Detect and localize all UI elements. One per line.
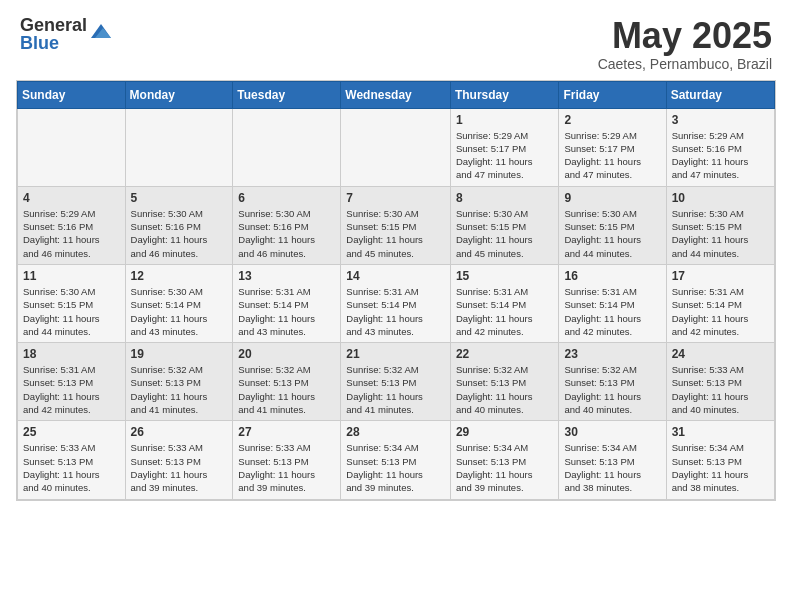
day-info: Sunrise: 5:31 AMSunset: 5:14 PMDaylight:… — [346, 285, 445, 338]
day-number: 29 — [456, 425, 554, 439]
day-info: Sunrise: 5:34 AMSunset: 5:13 PMDaylight:… — [672, 441, 769, 494]
day-info: Sunrise: 5:29 AMSunset: 5:17 PMDaylight:… — [564, 129, 660, 182]
calendar-cell: 8Sunrise: 5:30 AMSunset: 5:15 PMDaylight… — [450, 186, 559, 264]
day-info: Sunrise: 5:29 AMSunset: 5:16 PMDaylight:… — [672, 129, 769, 182]
calendar-cell: 25Sunrise: 5:33 AMSunset: 5:13 PMDayligh… — [18, 421, 126, 499]
day-number: 21 — [346, 347, 445, 361]
day-of-week-header: Thursday — [450, 81, 559, 108]
day-info: Sunrise: 5:31 AMSunset: 5:14 PMDaylight:… — [456, 285, 554, 338]
logo-icon — [89, 20, 113, 48]
calendar-cell: 2Sunrise: 5:29 AMSunset: 5:17 PMDaylight… — [559, 108, 666, 186]
day-number: 23 — [564, 347, 660, 361]
calendar-cell — [233, 108, 341, 186]
calendar-cell: 1Sunrise: 5:29 AMSunset: 5:17 PMDaylight… — [450, 108, 559, 186]
day-number: 19 — [131, 347, 228, 361]
day-number: 4 — [23, 191, 120, 205]
logo: General Blue — [20, 16, 113, 52]
calendar-cell: 10Sunrise: 5:30 AMSunset: 5:15 PMDayligh… — [666, 186, 774, 264]
calendar-cell: 17Sunrise: 5:31 AMSunset: 5:14 PMDayligh… — [666, 264, 774, 342]
calendar-cell: 5Sunrise: 5:30 AMSunset: 5:16 PMDaylight… — [125, 186, 233, 264]
calendar-cell: 3Sunrise: 5:29 AMSunset: 5:16 PMDaylight… — [666, 108, 774, 186]
calendar: SundayMondayTuesdayWednesdayThursdayFrid… — [16, 80, 776, 501]
page: General Blue May 2025 Caetes, Pernambuco… — [0, 0, 792, 612]
day-of-week-header: Saturday — [666, 81, 774, 108]
day-number: 30 — [564, 425, 660, 439]
day-number: 24 — [672, 347, 769, 361]
day-info: Sunrise: 5:33 AMSunset: 5:13 PMDaylight:… — [131, 441, 228, 494]
calendar-cell: 15Sunrise: 5:31 AMSunset: 5:14 PMDayligh… — [450, 264, 559, 342]
day-of-week-header: Monday — [125, 81, 233, 108]
calendar-cell: 18Sunrise: 5:31 AMSunset: 5:13 PMDayligh… — [18, 343, 126, 421]
day-info: Sunrise: 5:34 AMSunset: 5:13 PMDaylight:… — [564, 441, 660, 494]
day-number: 7 — [346, 191, 445, 205]
calendar-cell: 19Sunrise: 5:32 AMSunset: 5:13 PMDayligh… — [125, 343, 233, 421]
calendar-cell: 21Sunrise: 5:32 AMSunset: 5:13 PMDayligh… — [341, 343, 451, 421]
day-number: 6 — [238, 191, 335, 205]
calendar-cell: 29Sunrise: 5:34 AMSunset: 5:13 PMDayligh… — [450, 421, 559, 499]
day-number: 8 — [456, 191, 554, 205]
calendar-cell — [341, 108, 451, 186]
day-of-week-header: Wednesday — [341, 81, 451, 108]
calendar-cell: 23Sunrise: 5:32 AMSunset: 5:13 PMDayligh… — [559, 343, 666, 421]
day-info: Sunrise: 5:30 AMSunset: 5:16 PMDaylight:… — [131, 207, 228, 260]
calendar-cell — [125, 108, 233, 186]
main-title: May 2025 — [598, 16, 772, 56]
calendar-cell: 24Sunrise: 5:33 AMSunset: 5:13 PMDayligh… — [666, 343, 774, 421]
calendar-cell: 13Sunrise: 5:31 AMSunset: 5:14 PMDayligh… — [233, 264, 341, 342]
day-info: Sunrise: 5:30 AMSunset: 5:15 PMDaylight:… — [564, 207, 660, 260]
calendar-cell: 16Sunrise: 5:31 AMSunset: 5:14 PMDayligh… — [559, 264, 666, 342]
day-info: Sunrise: 5:30 AMSunset: 5:15 PMDaylight:… — [23, 285, 120, 338]
day-number: 26 — [131, 425, 228, 439]
day-info: Sunrise: 5:30 AMSunset: 5:15 PMDaylight:… — [672, 207, 769, 260]
day-number: 17 — [672, 269, 769, 283]
day-info: Sunrise: 5:32 AMSunset: 5:13 PMDaylight:… — [456, 363, 554, 416]
day-number: 14 — [346, 269, 445, 283]
day-info: Sunrise: 5:31 AMSunset: 5:14 PMDaylight:… — [564, 285, 660, 338]
day-info: Sunrise: 5:34 AMSunset: 5:13 PMDaylight:… — [346, 441, 445, 494]
day-number: 10 — [672, 191, 769, 205]
day-info: Sunrise: 5:31 AMSunset: 5:14 PMDaylight:… — [238, 285, 335, 338]
day-number: 13 — [238, 269, 335, 283]
day-info: Sunrise: 5:29 AMSunset: 5:16 PMDaylight:… — [23, 207, 120, 260]
day-of-week-header: Tuesday — [233, 81, 341, 108]
day-number: 15 — [456, 269, 554, 283]
day-number: 1 — [456, 113, 554, 127]
day-number: 20 — [238, 347, 335, 361]
day-info: Sunrise: 5:32 AMSunset: 5:13 PMDaylight:… — [131, 363, 228, 416]
day-number: 9 — [564, 191, 660, 205]
calendar-cell: 12Sunrise: 5:30 AMSunset: 5:14 PMDayligh… — [125, 264, 233, 342]
day-number: 5 — [131, 191, 228, 205]
calendar-cell: 14Sunrise: 5:31 AMSunset: 5:14 PMDayligh… — [341, 264, 451, 342]
day-number: 3 — [672, 113, 769, 127]
day-number: 31 — [672, 425, 769, 439]
title-section: May 2025 Caetes, Pernambuco, Brazil — [598, 16, 772, 72]
day-number: 2 — [564, 113, 660, 127]
day-info: Sunrise: 5:33 AMSunset: 5:13 PMDaylight:… — [23, 441, 120, 494]
day-info: Sunrise: 5:32 AMSunset: 5:13 PMDaylight:… — [564, 363, 660, 416]
calendar-cell: 7Sunrise: 5:30 AMSunset: 5:15 PMDaylight… — [341, 186, 451, 264]
header: General Blue May 2025 Caetes, Pernambuco… — [0, 0, 792, 80]
calendar-cell: 11Sunrise: 5:30 AMSunset: 5:15 PMDayligh… — [18, 264, 126, 342]
day-number: 28 — [346, 425, 445, 439]
day-number: 16 — [564, 269, 660, 283]
calendar-cell: 6Sunrise: 5:30 AMSunset: 5:16 PMDaylight… — [233, 186, 341, 264]
calendar-cell: 22Sunrise: 5:32 AMSunset: 5:13 PMDayligh… — [450, 343, 559, 421]
day-number: 22 — [456, 347, 554, 361]
calendar-cell: 30Sunrise: 5:34 AMSunset: 5:13 PMDayligh… — [559, 421, 666, 499]
day-info: Sunrise: 5:34 AMSunset: 5:13 PMDaylight:… — [456, 441, 554, 494]
day-info: Sunrise: 5:32 AMSunset: 5:13 PMDaylight:… — [346, 363, 445, 416]
subtitle: Caetes, Pernambuco, Brazil — [598, 56, 772, 72]
day-info: Sunrise: 5:32 AMSunset: 5:13 PMDaylight:… — [238, 363, 335, 416]
day-number: 27 — [238, 425, 335, 439]
day-info: Sunrise: 5:29 AMSunset: 5:17 PMDaylight:… — [456, 129, 554, 182]
logo-blue-text: Blue — [20, 34, 87, 52]
calendar-cell — [18, 108, 126, 186]
calendar-cell: 28Sunrise: 5:34 AMSunset: 5:13 PMDayligh… — [341, 421, 451, 499]
day-info: Sunrise: 5:33 AMSunset: 5:13 PMDaylight:… — [672, 363, 769, 416]
day-number: 18 — [23, 347, 120, 361]
logo-general-text: General — [20, 16, 87, 34]
day-of-week-header: Sunday — [18, 81, 126, 108]
day-info: Sunrise: 5:30 AMSunset: 5:16 PMDaylight:… — [238, 207, 335, 260]
day-info: Sunrise: 5:31 AMSunset: 5:14 PMDaylight:… — [672, 285, 769, 338]
day-info: Sunrise: 5:30 AMSunset: 5:15 PMDaylight:… — [456, 207, 554, 260]
